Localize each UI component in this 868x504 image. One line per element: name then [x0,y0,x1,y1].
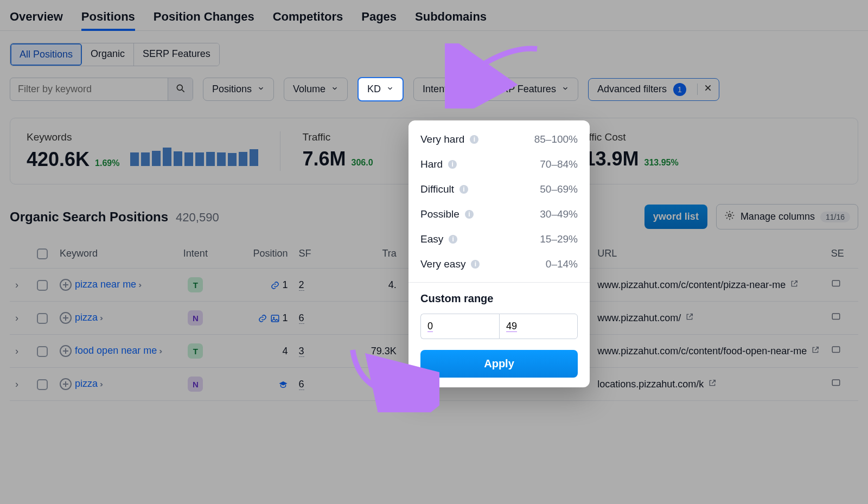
kd-level-option[interactable]: Difficulti50–69% [409,177,590,202]
kd-level-option[interactable]: Possiblei30–49% [409,202,590,227]
kd-custom-range-label: Custom range [409,288,590,309]
kd-level-name: Very easy [420,258,465,270]
serp-preview-icon[interactable] [831,280,841,291]
row-checkbox[interactable] [37,346,48,357]
keyword-filter-search-button[interactable] [168,78,193,100]
row-checkbox[interactable] [37,379,48,390]
result-url-link[interactable]: locations.pizzahut.com/k [597,379,704,390]
edu-icon [278,380,288,390]
result-url-link[interactable]: www.pizzahut.com/c/content/food-open-nea… [597,346,807,356]
col-serp[interactable]: SE [826,239,858,269]
filter-intent-dropdown[interactable]: Intent [413,78,469,101]
col-sf[interactable]: SF [293,239,331,269]
keyword-expand-icon[interactable]: ›› [159,346,160,355]
add-to-list-icon[interactable] [60,312,72,324]
link-icon [258,314,267,323]
kd-level-option[interactable]: Easyi15–29% [409,227,590,252]
select-all-checkbox[interactable] [37,248,48,259]
keyword-link[interactable]: pizza near me [75,279,136,290]
metric-keywords-label: Keywords [27,131,258,143]
table-title-text: Organic Search Positions [10,209,168,225]
filter-kd-dropdown[interactable]: KD [358,77,404,101]
external-link-icon[interactable] [685,311,694,324]
sf-value[interactable]: 6 [299,379,304,390]
scope-serp-features[interactable]: SERP Features [134,43,219,66]
chevron-down-icon [452,84,460,95]
scope-organic[interactable]: Organic [82,43,134,66]
svg-point-7 [273,317,275,318]
info-icon: i [459,185,468,194]
result-url-link[interactable]: www.pizzahut.com/ [597,312,681,323]
kd-level-range: 70–84% [540,158,578,170]
row-checkbox[interactable] [37,280,48,291]
serp-preview-icon[interactable] [831,379,841,390]
tab-position-changes[interactable]: Position Changes [154,10,254,24]
result-url-link[interactable]: www.pizzahut.com/c/content/pizza-near-me [597,279,786,290]
filter-serp-label: SERP Features [488,84,556,95]
kd-level-option[interactable]: Very hardi85–100% [409,127,590,152]
keywords-sparkline [130,148,258,166]
expand-row-chevron[interactable]: › [15,379,18,390]
serp-preview-icon[interactable] [831,346,841,357]
serp-preview-icon[interactable] [831,313,841,324]
table-right-buttons: yword list Manage columns 11/16 [644,204,858,229]
add-to-list-icon[interactable] [60,378,72,390]
position-scope-row: All Positions Organic SERP Features [0,31,868,72]
top-tabs: Overview Positions Position Changes Comp… [0,0,868,31]
keyword-filter-input[interactable] [10,78,168,100]
intent-badge: T [188,277,203,292]
kd-level-option[interactable]: Very easyi0–14% [409,252,590,277]
sf-value[interactable]: 6 [299,312,304,324]
sf-value[interactable]: 3 [299,346,304,357]
tab-competitors[interactable]: Competitors [273,10,343,24]
external-link-icon[interactable] [790,278,799,291]
keyword-expand-icon[interactable]: ›› [138,280,139,289]
filter-volume-dropdown[interactable]: Volume [284,78,348,101]
external-link-icon[interactable] [708,378,717,391]
keyword-list-button[interactable]: yword list [644,205,707,229]
keyword-expand-icon[interactable]: ›› [100,379,101,388]
advanced-filters-clear[interactable] [697,84,712,95]
add-to-list-icon[interactable] [60,279,72,291]
keyword-link[interactable]: pizza [75,378,98,389]
kd-apply-button[interactable]: Apply [420,350,578,378]
col-position[interactable]: Position [222,239,293,269]
kd-custom-from-input[interactable] [420,314,499,339]
add-to-list-icon[interactable] [60,345,72,357]
traffic-value: 4. [331,269,402,302]
table-title: Organic Search Positions 420,590 [10,209,219,225]
expand-row-chevron[interactable]: › [15,346,18,356]
info-icon: i [470,135,478,144]
keyword-link[interactable]: food open near me [75,345,157,356]
manage-columns-button[interactable]: Manage columns 11/16 [716,204,858,229]
tab-overview[interactable]: Overview [10,10,63,24]
tab-positions[interactable]: Positions [81,10,135,24]
position-value: 1 [283,312,288,323]
filter-serp-features-dropdown[interactable]: SERP Features [479,78,578,101]
svg-rect-8 [832,314,840,320]
info-icon: i [449,235,457,244]
kd-level-option[interactable]: Hardi70–84% [409,152,590,177]
filter-positions-dropdown[interactable]: Positions [203,78,274,101]
advanced-filters-label: Advanced filters [597,84,667,95]
keyword-link[interactable]: pizza [75,312,98,323]
advanced-filters-button[interactable]: Advanced filters 1 [588,78,719,101]
manage-columns-count: 11/16 [820,212,850,222]
row-checkbox[interactable] [37,313,48,324]
col-url[interactable]: URL [592,239,826,269]
col-intent[interactable]: Intent [168,239,222,269]
tab-subdomains[interactable]: Subdomains [415,10,487,24]
traffic-value [331,302,402,335]
external-link-icon[interactable] [811,344,820,358]
expand-row-chevron[interactable]: › [15,279,18,290]
scope-all-positions[interactable]: All Positions [10,43,82,66]
sf-value[interactable]: 2 [299,279,304,291]
col-traffic[interactable]: Tra [331,239,402,269]
chevron-down-icon [386,84,394,95]
col-keyword[interactable]: Keyword [54,239,168,269]
metric-keywords-pct: 1.69% [95,158,119,168]
expand-row-chevron[interactable]: › [15,312,18,323]
kd-custom-to-input[interactable] [499,314,578,339]
keyword-expand-icon[interactable]: ›› [100,313,101,322]
tab-pages[interactable]: Pages [361,10,397,24]
